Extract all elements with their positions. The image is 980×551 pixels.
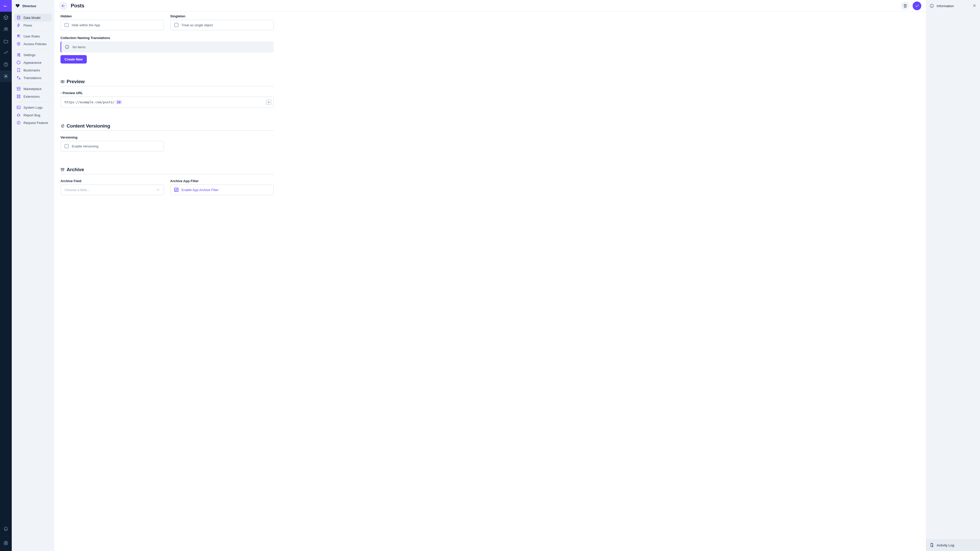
- module-rail: [0, 0, 12, 551]
- nav-label: Settings: [24, 53, 35, 57]
- versioning-section-header: Content Versioning: [60, 123, 274, 131]
- archive-field-select[interactable]: Choose a field...: [60, 184, 164, 195]
- add-variable-button[interactable]: [266, 100, 271, 105]
- info-header: Information: [926, 0, 980, 12]
- info-title: Information: [937, 4, 970, 8]
- preview-url-input[interactable]: https://example.com/posts/ ID: [60, 97, 274, 108]
- select-placeholder: Choose a field...: [65, 188, 89, 192]
- svg-point-14: [18, 62, 18, 63]
- content-scroll[interactable]: Hidden Hide within the App Singleton: [54, 12, 926, 551]
- rail-insights[interactable]: [0, 47, 12, 59]
- sparkle-icon: [16, 121, 21, 125]
- preview-url-value: https://example.com/posts/: [65, 100, 115, 104]
- nav-label: Appearance: [24, 61, 41, 65]
- nav-marketplace[interactable]: Marketplace: [14, 85, 52, 93]
- nav-divider: [14, 30, 52, 31]
- nav-label: Report Bug: [24, 113, 40, 117]
- versioning-label: Versioning: [60, 135, 164, 139]
- nav-label: Request Feature: [24, 121, 48, 125]
- clipboard-icon: [929, 543, 934, 548]
- nav-user-roles[interactable]: User Roles: [14, 32, 52, 40]
- nav-appearance[interactable]: Appearance: [14, 59, 52, 66]
- nav-report-bug[interactable]: Report Bug: [14, 111, 52, 119]
- delete-button[interactable]: [901, 2, 910, 10]
- svg-point-16: [19, 62, 20, 62]
- wifi-solid-icon: [15, 3, 20, 8]
- nav-label: Bookmarks: [24, 68, 40, 72]
- chevron-down-icon: [156, 188, 160, 192]
- nav-label: Flows: [24, 24, 32, 27]
- preview-url-chip[interactable]: ID: [116, 100, 122, 104]
- rail-settings[interactable]: [0, 70, 12, 82]
- activity-log-label: Activity Log: [937, 543, 954, 547]
- archive-icon: [60, 168, 65, 171]
- empty-text: No items: [73, 45, 86, 49]
- svg-point-10: [18, 43, 19, 44]
- versioning-icon: [60, 124, 65, 128]
- translate-icon: [16, 76, 21, 80]
- svg-point-1: [6, 28, 7, 29]
- info-icon: [65, 44, 69, 49]
- svg-point-12: [18, 55, 19, 56]
- svg-point-7: [18, 16, 20, 17]
- checkbox-label: Treat as single object: [181, 23, 213, 27]
- rail-files[interactable]: [0, 35, 12, 47]
- section-title: Content Versioning: [67, 123, 110, 129]
- back-button[interactable]: [59, 2, 68, 10]
- create-new-button[interactable]: Create New: [60, 55, 87, 64]
- rail-users[interactable]: [0, 24, 12, 35]
- preview-section-header: Preview: [60, 79, 274, 86]
- svg-rect-28: [61, 168, 64, 169]
- rail-notifications[interactable]: [0, 523, 12, 535]
- brand-logo[interactable]: [0, 0, 12, 12]
- rail-account[interactable]: [0, 537, 12, 549]
- nav-request-feature[interactable]: Request Feature: [14, 119, 52, 127]
- activity-log-button[interactable]: Activity Log: [926, 539, 980, 551]
- terminal-icon: [16, 105, 21, 110]
- nav-label: User Roles: [24, 35, 40, 38]
- section-title: Archive: [67, 167, 84, 172]
- hidden-checkbox[interactable]: Hide within the App: [61, 20, 164, 30]
- archive-filter-checkbox[interactable]: Enable App Archive Filter: [171, 185, 273, 195]
- nav-system-logs[interactable]: System Logs: [14, 103, 52, 111]
- rail-divider: [3, 536, 8, 536]
- brand-name: Directus: [22, 4, 36, 8]
- arrow-left-icon: [61, 3, 65, 8]
- bookmark-icon: [16, 68, 21, 73]
- checkbox-label: Hide within the App: [72, 23, 100, 27]
- nav-brand: Directus: [12, 0, 54, 12]
- svg-rect-17: [17, 95, 18, 96]
- svg-point-22: [18, 114, 20, 116]
- close-button[interactable]: [972, 3, 977, 8]
- trash-icon: [903, 3, 907, 8]
- translations-empty: No items: [60, 41, 274, 52]
- svg-rect-18: [19, 95, 21, 96]
- nav-label: Access Policies: [24, 42, 46, 46]
- save-button[interactable]: [913, 2, 921, 10]
- rail-content[interactable]: [0, 12, 12, 24]
- nav-translations[interactable]: Translations: [14, 74, 52, 82]
- palette-icon: [16, 60, 21, 65]
- nav-flows[interactable]: Flows: [14, 21, 52, 29]
- nav-access-policies[interactable]: Access Policies: [14, 40, 52, 48]
- puzzle-icon: [16, 94, 21, 99]
- svg-point-6: [5, 542, 6, 543]
- check-icon: [915, 3, 919, 8]
- nav-bookmarks[interactable]: Bookmarks: [14, 66, 52, 74]
- svg-point-4: [5, 76, 6, 77]
- svg-rect-20: [19, 97, 21, 98]
- singleton-checkbox[interactable]: Treat as single object: [171, 20, 273, 30]
- checkbox-icon: [65, 23, 68, 27]
- bug-icon: [16, 113, 21, 118]
- preview-url-label: Preview URL: [60, 91, 274, 95]
- archive-field-label: Archive Field: [60, 179, 164, 183]
- versioning-checkbox[interactable]: Enable Versioning: [61, 141, 164, 151]
- nav-data-model[interactable]: Data Model: [14, 14, 52, 21]
- rail-help[interactable]: [0, 59, 12, 70]
- bolt-icon: [16, 23, 21, 27]
- nav-extensions[interactable]: Extensions: [14, 93, 52, 100]
- translations-label: Collection Naming Translations: [60, 36, 274, 40]
- svg-point-15: [18, 62, 19, 62]
- close-icon: [972, 3, 977, 8]
- nav-settings[interactable]: Settings: [14, 51, 52, 59]
